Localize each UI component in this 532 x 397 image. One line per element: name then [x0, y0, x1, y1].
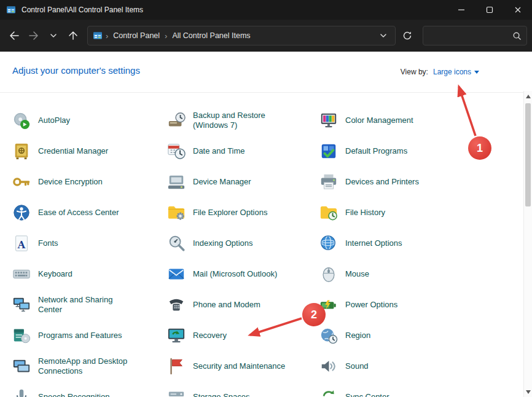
device-encryption-icon	[12, 173, 31, 191]
item-network-and-sharing-center[interactable]: Network and Sharing Center	[12, 289, 167, 320]
dropdown-caret-icon	[474, 71, 479, 74]
date-time-icon	[167, 142, 186, 160]
scroll-down-arrow[interactable]	[526, 390, 531, 394]
up-button[interactable]	[64, 26, 82, 45]
item-security-and-maintenance[interactable]: Security and Maintenance	[167, 351, 319, 382]
item-label: File Explorer Options	[193, 208, 267, 218]
item-indexing-options[interactable]: Indexing Options	[167, 228, 319, 259]
item-date-and-time[interactable]: Date and Time	[167, 136, 319, 167]
item-label: Security and Maintenance	[193, 361, 285, 371]
maximize-button[interactable]	[475, 0, 504, 20]
svg-text:A: A	[17, 239, 26, 251]
internet-options-icon	[319, 234, 338, 253]
item-color-management[interactable]: Color Management	[319, 105, 507, 136]
item-speech-recognition[interactable]: Speech Recognition	[12, 382, 167, 397]
file-history-icon	[319, 203, 338, 222]
view-by-control: View by: Large icons	[401, 68, 479, 76]
item-label: Sync Center	[345, 392, 389, 397]
item-label: Default Programs	[345, 146, 407, 156]
address-bar[interactable]: › Control Panel › All Control Panel Item…	[87, 26, 396, 45]
region-icon	[319, 326, 338, 345]
item-remoteapp-and-desktop-connections[interactable]: RemoteApp and Desktop Connections	[12, 351, 167, 382]
item-label: Mouse	[345, 269, 369, 279]
item-internet-options[interactable]: Internet Options	[319, 228, 507, 259]
device-manager-icon	[167, 173, 186, 191]
search-input[interactable]	[428, 31, 512, 41]
item-ease-of-access-center[interactable]: Ease of Access Center	[12, 197, 167, 228]
item-label: Storage Spaces	[193, 392, 250, 397]
navigation-toolbar: › Control Panel › All Control Panel Item…	[0, 20, 532, 52]
power-options-icon	[319, 296, 338, 314]
item-label: Backup and Restore (Windows 7)	[193, 111, 290, 131]
item-recovery[interactable]: Recovery	[167, 320, 319, 351]
item-keyboard[interactable]: Keyboard	[12, 259, 167, 289]
security-maintenance-icon	[167, 357, 186, 375]
credential-manager-icon	[12, 142, 31, 160]
item-fonts[interactable]: AFonts	[12, 228, 167, 259]
scrollbar-thumb[interactable]	[525, 103, 531, 206]
chevron-down-icon	[50, 32, 57, 39]
address-dropdown-button[interactable]	[377, 29, 390, 42]
control-panel-window: Control Panel\All Control Panel Items	[0, 0, 532, 397]
keyboard-icon	[12, 265, 31, 283]
vertical-scrollbar[interactable]	[523, 91, 532, 397]
window-controls	[447, 0, 532, 20]
item-mail-microsoft-outlook[interactable]: Mail (Microsoft Outlook)	[167, 259, 319, 289]
item-phone-and-modem[interactable]: Phone and Modem	[167, 289, 319, 320]
item-sound[interactable]: Sound	[319, 351, 507, 382]
default-programs-icon	[319, 142, 338, 160]
speech-recognition-icon	[12, 388, 31, 397]
chevron-down-icon	[380, 32, 387, 39]
item-devices-and-printers[interactable]: Devices and Printers	[319, 167, 507, 197]
phone-modem-icon	[167, 296, 186, 314]
item-label: Indexing Options	[193, 238, 253, 248]
item-mouse[interactable]: Mouse	[319, 259, 507, 289]
minimize-button[interactable]	[447, 0, 475, 20]
item-programs-and-features[interactable]: Programs and Features	[12, 320, 167, 351]
programs-features-icon	[12, 326, 31, 345]
scroll-up-arrow[interactable]	[526, 95, 531, 98]
item-label: Mail (Microsoft Outlook)	[193, 269, 277, 279]
item-storage-spaces[interactable]: Storage Spaces	[167, 382, 319, 397]
color-management-icon	[319, 111, 338, 130]
item-autoplay[interactable]: AutoPlay	[12, 105, 167, 136]
item-backup-and-restore-windows-7[interactable]: Backup and Restore (Windows 7)	[167, 105, 319, 136]
item-label: AutoPlay	[38, 116, 70, 125]
recent-locations-button[interactable]	[44, 26, 63, 45]
view-by-dropdown[interactable]: Large icons	[433, 68, 479, 76]
view-by-label: View by:	[401, 68, 428, 76]
item-power-options[interactable]: Power Options	[319, 289, 507, 320]
devices-printers-icon	[319, 173, 338, 191]
item-credential-manager[interactable]: Credential Manager	[12, 136, 167, 167]
recovery-icon	[167, 326, 186, 345]
item-file-history[interactable]: File History	[319, 197, 507, 228]
breadcrumb-separator: ›	[162, 31, 170, 41]
breadcrumb-control-panel[interactable]: Control Panel	[111, 31, 162, 41]
item-default-programs[interactable]: Default Programs	[319, 136, 507, 167]
search-box[interactable]	[423, 26, 527, 45]
item-label: File History	[345, 208, 385, 218]
item-device-manager[interactable]: Device Manager	[167, 167, 319, 197]
item-sync-center[interactable]: Sync Center	[319, 382, 507, 397]
divider	[0, 92, 523, 93]
forward-button[interactable]	[25, 26, 43, 45]
back-button[interactable]	[5, 26, 23, 45]
content-area: Adjust your computer's settings View by:…	[0, 52, 532, 397]
titlebar: Control Panel\All Control Panel Items	[0, 0, 532, 20]
back-icon	[9, 30, 20, 41]
item-file-explorer-options[interactable]: File Explorer Options	[167, 197, 319, 228]
item-region[interactable]: Region	[319, 320, 507, 351]
close-button[interactable]	[504, 0, 532, 20]
search-icon	[512, 31, 522, 41]
refresh-button[interactable]	[398, 26, 417, 45]
minimize-icon	[456, 5, 466, 15]
backup-restore-icon	[167, 111, 186, 130]
item-label: RemoteApp and Desktop Connections	[38, 356, 135, 377]
breadcrumb-all-control-panel-items[interactable]: All Control Panel Items	[170, 31, 252, 41]
autoplay-icon	[12, 111, 31, 130]
item-device-encryption[interactable]: Device Encryption	[12, 167, 167, 197]
item-label: Programs and Features	[38, 331, 122, 340]
fonts-icon: A	[12, 234, 31, 253]
location-icon	[93, 31, 103, 41]
item-label: Ease of Access Center	[38, 208, 119, 218]
